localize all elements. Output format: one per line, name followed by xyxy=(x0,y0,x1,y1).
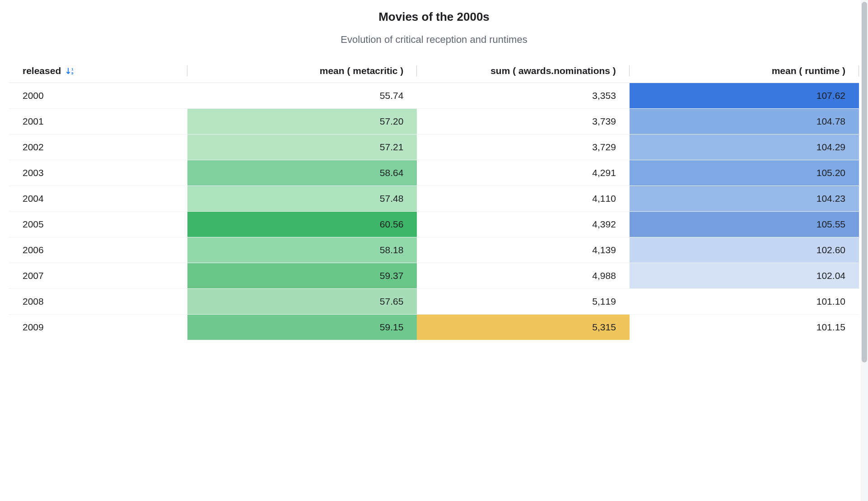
cell-sum-nominations: 4,392 xyxy=(417,212,630,237)
cell-released: 2004 xyxy=(9,186,187,212)
table-row: 200055.743,353107.62 xyxy=(9,83,859,109)
cell-sum-nominations: 4,110 xyxy=(417,186,630,212)
cell-sum-nominations: 3,739 xyxy=(417,109,630,135)
cell-mean-runtime: 104.29 xyxy=(630,135,859,160)
sort-ascending-numeric-icon: 1 9 xyxy=(66,67,75,75)
cell-mean-runtime: 104.78 xyxy=(630,109,859,135)
cell-mean-runtime: 102.60 xyxy=(630,237,859,263)
column-header-metacritic[interactable]: mean ( metacritic ) xyxy=(187,59,417,83)
svg-text:9: 9 xyxy=(71,71,74,75)
column-header-nominations[interactable]: sum ( awards.nominations ) xyxy=(417,59,630,83)
column-header-label: mean ( metacritic ) xyxy=(320,65,404,76)
cell-mean-runtime: 104.23 xyxy=(630,186,859,212)
column-header-runtime[interactable]: mean ( runtime ) xyxy=(630,59,859,83)
svg-text:1: 1 xyxy=(71,67,74,71)
cell-mean-metacritic: 58.18 xyxy=(187,237,417,263)
table-row: 200157.203,739104.78 xyxy=(9,109,859,135)
data-table-wrapper: released 1 9 mean ( metacritic ) xyxy=(9,59,859,340)
cell-mean-runtime: 105.55 xyxy=(630,212,859,237)
scrollbar-thumb[interactable] xyxy=(862,2,867,340)
cell-sum-nominations: 3,353 xyxy=(417,83,630,109)
cell-sum-nominations: 4,139 xyxy=(417,237,630,263)
cell-released: 2001 xyxy=(9,109,187,135)
cell-mean-runtime: 101.10 xyxy=(630,289,859,315)
table-row: 200959.155,315101.15 xyxy=(9,315,859,340)
cell-released: 2005 xyxy=(9,212,187,237)
table-row: 200257.213,729104.29 xyxy=(9,135,859,160)
cell-mean-metacritic: 57.21 xyxy=(187,135,417,160)
cell-released: 2006 xyxy=(9,237,187,263)
cell-sum-nominations: 5,315 xyxy=(417,315,630,340)
column-header-label: released xyxy=(23,65,61,76)
data-table: released 1 9 mean ( metacritic ) xyxy=(9,59,859,340)
table-row: 200560.564,392105.55 xyxy=(9,212,859,237)
scrollbar-track[interactable] xyxy=(861,0,868,340)
table-row: 200358.644,291105.20 xyxy=(9,160,859,186)
table-row: 200857.655,119101.10 xyxy=(9,289,859,315)
cell-mean-metacritic: 55.74 xyxy=(187,83,417,109)
cell-mean-runtime: 107.62 xyxy=(630,83,859,109)
table-header-row: released 1 9 mean ( metacritic ) xyxy=(9,59,859,83)
cell-mean-metacritic: 59.15 xyxy=(187,315,417,340)
cell-mean-runtime: 102.04 xyxy=(630,263,859,289)
cell-mean-metacritic: 58.64 xyxy=(187,160,417,186)
cell-sum-nominations: 5,119 xyxy=(417,289,630,315)
cell-released: 2003 xyxy=(9,160,187,186)
table-body: 200055.743,353107.62200157.203,739104.78… xyxy=(9,83,859,340)
cell-released: 2008 xyxy=(9,289,187,315)
cell-released: 2002 xyxy=(9,135,187,160)
cell-sum-nominations: 3,729 xyxy=(417,135,630,160)
cell-mean-metacritic: 57.48 xyxy=(187,186,417,212)
cell-mean-metacritic: 57.20 xyxy=(187,109,417,135)
column-header-released[interactable]: released 1 9 xyxy=(9,59,187,83)
chart-subtitle: Evolution of critical reception and runt… xyxy=(9,34,859,46)
cell-sum-nominations: 4,291 xyxy=(417,160,630,186)
cell-released: 2007 xyxy=(9,263,187,289)
cell-mean-metacritic: 59.37 xyxy=(187,263,417,289)
cell-released: 2009 xyxy=(9,315,187,340)
cell-mean-metacritic: 60.56 xyxy=(187,212,417,237)
table-row: 200457.484,110104.23 xyxy=(9,186,859,212)
cell-released: 2000 xyxy=(9,83,187,109)
cell-mean-metacritic: 57.65 xyxy=(187,289,417,315)
chart-title: Movies of the 2000s xyxy=(9,10,859,24)
cell-mean-runtime: 105.20 xyxy=(630,160,859,186)
cell-sum-nominations: 4,988 xyxy=(417,263,630,289)
column-header-label: mean ( runtime ) xyxy=(772,65,845,76)
column-divider xyxy=(859,65,859,76)
table-row: 200759.374,988102.04 xyxy=(9,263,859,289)
table-row: 200658.184,139102.60 xyxy=(9,237,859,263)
column-header-label: sum ( awards.nominations ) xyxy=(490,65,616,76)
cell-mean-runtime: 101.15 xyxy=(630,315,859,340)
